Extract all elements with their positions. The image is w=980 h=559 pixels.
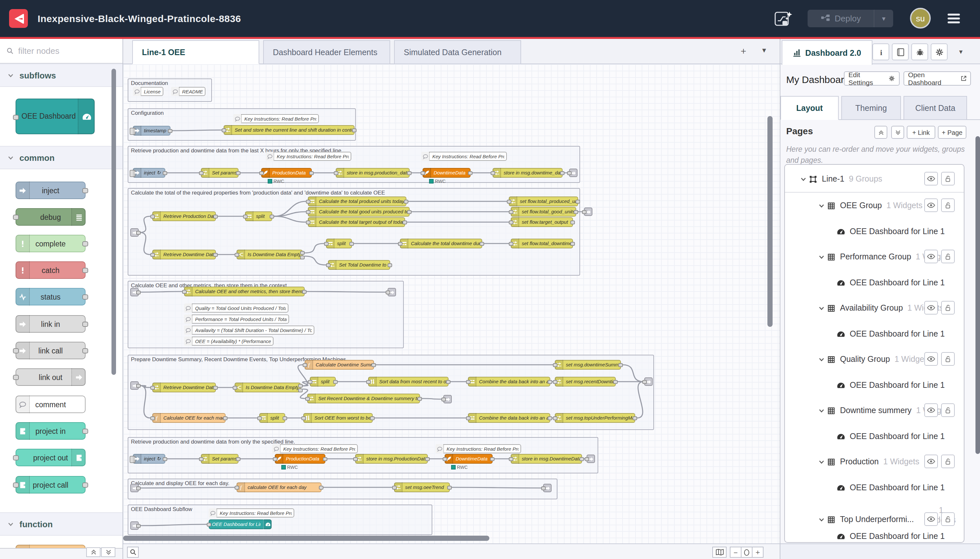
lock-toggle-button[interactable] [941, 172, 955, 185]
flow-node-n_sz[interactable]: Set Total Downtime to 0 [328, 260, 390, 270]
canvas-search-button[interactable] [127, 547, 139, 558]
flow-node-n_stp[interactable]: set msg.topUnderPerformingMachines [555, 413, 635, 423]
chevron-down-icon[interactable] [818, 356, 825, 362]
flow-node-n_st2a[interactable]: store in msg.production_data [336, 168, 410, 178]
flow-node-n_comb5a[interactable]: Combine the data back into an array. [468, 377, 550, 387]
flow-node-n_sp3b[interactable]: split [326, 239, 352, 248]
palette-node-project-out[interactable]: project out [16, 449, 86, 466]
flow-node-c9[interactable]: Key Instructions: Read Before Proceeding [209, 508, 294, 518]
tree-widget-row[interactable]: OEE Dashboard for Line 1 [785, 223, 964, 240]
flow-node-n_s1[interactable]: set flow.total_produced_units [509, 197, 578, 206]
flow-node-c_lic[interactable]: License [133, 87, 163, 96]
palette-node-link-in[interactable]: link in [16, 315, 86, 333]
canvas-vertical-scrollbar[interactable] [767, 116, 772, 327]
sidebar-options-arrow[interactable]: ▼ [958, 49, 964, 55]
flow-node-n_inj2[interactable]: inject ↻ [133, 168, 165, 178]
palette-node-catch[interactable]: catch [16, 261, 86, 279]
flow-node-n_s3[interactable]: set flow.target_output [511, 217, 573, 227]
visibility-toggle-button[interactable] [924, 455, 938, 468]
canvas-horizontal-scrollbar[interactable] [123, 536, 489, 541]
flow-node-n_sp6[interactable]: Set params [201, 454, 239, 464]
chevron-down-icon[interactable] [818, 203, 825, 208]
palette-category-function[interactable]: function [0, 512, 123, 536]
tab-dashboard-2[interactable]: Dashboard 2.0 [782, 40, 873, 65]
flow-node-link-out[interactable] [584, 208, 592, 216]
palette-node-OEE-Dashboard[interactable]: OEE Dashboard [16, 99, 95, 134]
visibility-toggle-button[interactable] [924, 250, 938, 263]
flow-node-n_cdd[interactable]: Calculate the total downtime duration [400, 239, 482, 248]
flow-node-c3[interactable]: Quality = Total Good Units Produced / To… [184, 303, 289, 313]
flow-list-dropdown[interactable]: ▼ [761, 46, 767, 55]
flow-tab-1[interactable]: Line-1 OEE [132, 40, 259, 64]
flow-node-n_setstore[interactable]: Set and store the current line and shift… [224, 125, 355, 135]
flow-node-c2[interactable]: Key Instructions: Read Before Proceeding [421, 152, 507, 161]
lock-toggle-button[interactable] [941, 250, 955, 263]
tree-widget-row[interactable]: OEE Dashboard for Line 1 [785, 428, 964, 445]
tree-widget-row[interactable]: OEE Dashboard for Line 1 [785, 528, 964, 543]
flow-node-link-out[interactable] [443, 395, 452, 404]
palette-node-status[interactable]: status [16, 288, 86, 306]
tree-widget-row[interactable]: OEE Dashboard for Line 1 [785, 274, 964, 291]
sidebar-scrollbar[interactable] [975, 136, 980, 454]
flow-node-n_pd2[interactable]: ProductionData [261, 168, 312, 178]
debug-tab-button[interactable] [911, 43, 928, 60]
flow-node-n_sds[interactable]: set msg.downtimeSummery [555, 360, 621, 370]
flow-node-n_rdd[interactable]: Retrieve Downtime Data [152, 250, 216, 260]
flow-node-n_cc4[interactable]: Calculate OEE and other metrics, then st… [184, 287, 305, 296]
flow-tab-2[interactable]: Dashboard Header Elements [263, 40, 390, 64]
flow-node-n_sre[interactable]: Set Recent Downtime & Downtime summery t… [307, 394, 420, 404]
lock-toggle-button[interactable] [941, 404, 955, 417]
flow-node-n_inj6[interactable]: inject ↻ [133, 454, 165, 464]
chevron-down-icon[interactable] [818, 459, 825, 465]
flow-node-n_dd6[interactable]: DowntimeData [445, 454, 493, 464]
palette-node-project-call[interactable]: project call [16, 476, 86, 493]
config-nodes-tab-button[interactable] [931, 43, 948, 60]
tree-widget-row[interactable]: OEE Dashboard for Line 1 [785, 377, 964, 394]
deploy-button[interactable]: Deploy ▼ [808, 10, 893, 27]
flow-node-link-in[interactable] [130, 288, 139, 296]
collapse-all-categories-button[interactable] [86, 547, 101, 557]
ai-assistant-icon[interactable] [774, 10, 794, 27]
flow-node-n_sw3[interactable]: Is Downtime Data Empty? [237, 250, 303, 260]
palette-node-complete[interactable]: complete [16, 235, 86, 252]
chevron-down-icon[interactable] [818, 305, 825, 311]
flow-node-n_oee[interactable]: OEE Dashboard for Line 1 [209, 519, 272, 529]
palette-category-common[interactable]: common [0, 146, 123, 169]
palette-filter[interactable]: filter nodes [0, 39, 122, 64]
flow-node-n_com[interactable]: fCalculate OEE for each machine [152, 413, 226, 423]
flow-node-link-in[interactable] [130, 521, 139, 530]
flow-canvas[interactable]: DocumentationConfigurationRetrieve produ… [123, 64, 780, 543]
add-link-button[interactable]: + Link [907, 126, 935, 139]
minimap-button[interactable] [712, 547, 727, 558]
flow-node-link-in[interactable] [130, 484, 139, 492]
flow-node-n_f1[interactable]: Calculate the total produced units today [308, 197, 406, 206]
tree-widget-row[interactable]: OEE Dashboard for Line 1 [785, 326, 964, 342]
flow-node-c1[interactable]: Key Instructions: Read Before Proceeding [266, 152, 351, 161]
expand-all-categories-button[interactable] [101, 547, 115, 557]
flow-node-link-out[interactable] [569, 169, 577, 177]
sidebar-tab-layout[interactable]: Layout [780, 96, 839, 120]
zoom-in-button[interactable]: ＋ [752, 547, 764, 558]
chevron-down-icon[interactable] [818, 516, 825, 523]
info-tab-button[interactable]: i [873, 43, 889, 60]
user-avatar[interactable]: su [910, 8, 931, 28]
visibility-toggle-button[interactable] [924, 301, 938, 314]
zoom-reset-button[interactable] [741, 547, 752, 558]
tree-widget-row[interactable]: OEE Dashboard for Line 1 [785, 479, 964, 496]
flow-node-n_rpd[interactable]: Retrieve Production Data [152, 212, 216, 221]
add-flow-button[interactable]: ＋ [739, 46, 748, 55]
palette-node-debug[interactable]: debug [16, 208, 86, 226]
visibility-toggle-button[interactable] [924, 404, 938, 417]
flow-node-n_sp5b[interactable]: split [259, 413, 285, 423]
chevron-down-icon[interactable] [818, 408, 825, 413]
flow-node-n_st6a[interactable]: store in msg.ProductionData [355, 454, 428, 464]
collapse-all-button[interactable] [874, 126, 887, 139]
flow-node-n_s4[interactable]: set flow.total_downtime [511, 239, 573, 248]
lock-toggle-button[interactable] [941, 352, 955, 366]
flow-node-n_srd[interactable]: set msg.recentDowntime [555, 377, 616, 387]
deploy-options-arrow[interactable]: ▼ [874, 10, 893, 27]
flow-node-c4[interactable]: Performance = Total Produced Units / Tot… [184, 314, 289, 324]
flow-node-n_ts[interactable]: timestamp ¹ [133, 126, 170, 136]
flow-node-c0[interactable]: Key Instructions: Read Before Proceeding [233, 114, 319, 123]
palette-node-inject[interactable]: inject [16, 182, 86, 199]
